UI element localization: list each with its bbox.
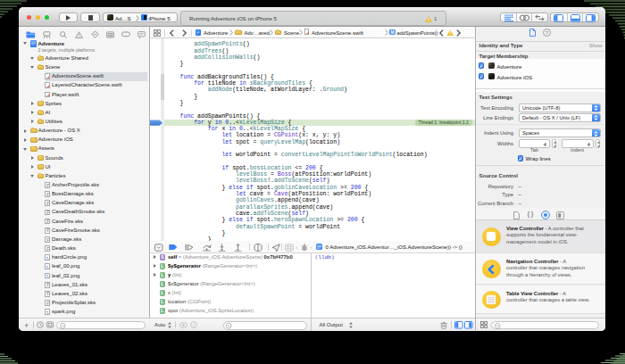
svg-text:i: i [193, 322, 195, 327]
svg-text:?: ? [545, 30, 548, 36]
